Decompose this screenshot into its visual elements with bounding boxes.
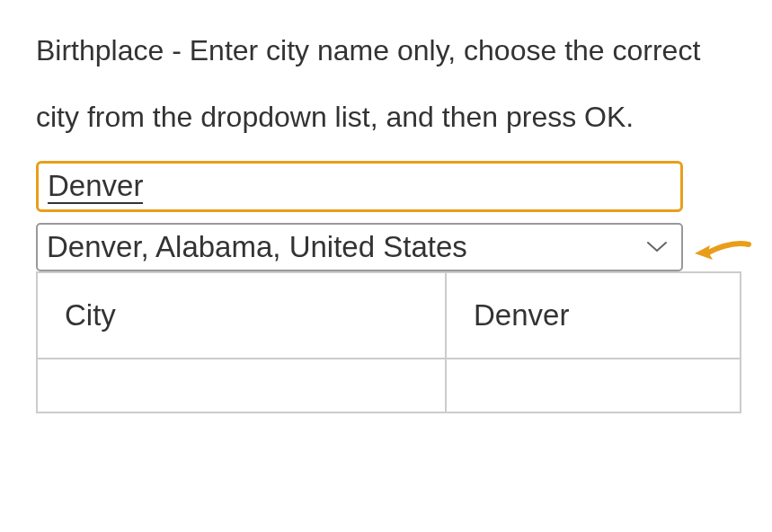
table-cell-label [37, 359, 446, 412]
table-cell-value: Denver [446, 272, 741, 359]
city-dropdown-value: Denver, Alabama, United States [47, 230, 467, 264]
city-input-wrapper: Denver [36, 161, 736, 212]
table-cell-value [446, 359, 741, 412]
result-table: City Denver [36, 271, 741, 413]
city-input[interactable]: Denver [36, 161, 683, 212]
chevron-down-icon [646, 241, 668, 253]
arrow-left-icon [690, 234, 753, 270]
city-dropdown-wrapper: Denver, Alabama, United States [36, 223, 683, 271]
birthplace-instruction: Birthplace - Enter city name only, choos… [36, 18, 736, 150]
city-dropdown[interactable]: Denver, Alabama, United States [36, 223, 683, 271]
table-row: City Denver [37, 272, 741, 359]
table-row [37, 359, 741, 412]
table-cell-label: City [37, 272, 446, 359]
city-input-value: Denver [48, 170, 143, 204]
